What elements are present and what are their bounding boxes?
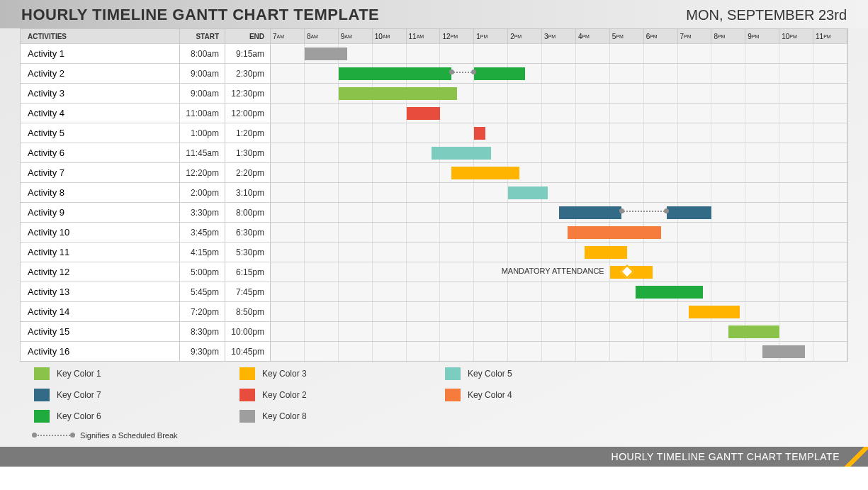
gantt-bar bbox=[339, 87, 458, 100]
timeline bbox=[271, 243, 847, 262]
activity-name: Activity 14 bbox=[21, 302, 180, 321]
gantt-bar bbox=[474, 67, 525, 80]
activity-end: 2:20pm bbox=[225, 163, 271, 182]
activity-start: 9:00am bbox=[180, 64, 225, 83]
legend-swatch bbox=[445, 389, 461, 401]
legend: Key Color 1Key Color 3Key Color 5Key Col… bbox=[20, 362, 848, 442]
gantt-bar bbox=[585, 246, 627, 259]
timeline bbox=[271, 342, 847, 361]
legend-item: Key Color 4 bbox=[445, 389, 650, 401]
activity-name: Activity 7 bbox=[21, 163, 180, 182]
legend-swatch bbox=[34, 367, 50, 380]
gantt-chart: ACTIVITIES START END 7AM8AM9AM10AM11AM12… bbox=[0, 28, 868, 447]
activity-row: Activity 125:00pm6:15pmMANDATORY ATTENDA… bbox=[21, 262, 847, 282]
activity-row: Activity 712:20pm2:20pm bbox=[21, 162, 847, 182]
date-label: MON, SEPTEMBER 23rd bbox=[686, 7, 847, 23]
timeline bbox=[271, 143, 847, 162]
activity-row: Activity 29:00am2:30pm bbox=[21, 63, 847, 83]
legend-label: Key Color 3 bbox=[262, 369, 307, 379]
activity-end: 8:50pm bbox=[225, 302, 271, 321]
header: HOURLY TIMELINE GANTT CHART TEMPLATE MON… bbox=[0, 0, 868, 28]
activity-end: 12:00pm bbox=[225, 104, 271, 123]
activity-name: Activity 12 bbox=[21, 262, 180, 282]
legend-item: Key Color 3 bbox=[239, 367, 445, 380]
hour-header: 10PM bbox=[779, 29, 813, 43]
activity-start: 9:30pm bbox=[180, 342, 225, 361]
activity-name: Activity 16 bbox=[21, 342, 180, 361]
legend-swatch bbox=[445, 367, 461, 380]
legend-label: Key Color 2 bbox=[262, 390, 307, 400]
hour-header: 11PM bbox=[813, 29, 847, 43]
legend-label: Key Color 4 bbox=[468, 390, 512, 400]
legend-swatch bbox=[34, 410, 50, 423]
timeline bbox=[271, 203, 847, 222]
footer: HOURLY TIMELINE GANTT CHART TEMPLATE bbox=[0, 447, 868, 467]
gantt-bar bbox=[568, 226, 661, 239]
activity-row: Activity 114:15pm5:30pm bbox=[21, 242, 847, 262]
legend-swatch bbox=[239, 389, 255, 401]
activity-row: Activity 158:30pm10:00pm bbox=[21, 321, 847, 341]
break-line-icon bbox=[34, 435, 73, 436]
hour-header: 2PM bbox=[508, 29, 542, 43]
footer-accent bbox=[842, 447, 868, 467]
hour-header: 7PM bbox=[678, 29, 712, 43]
legend-item: Key Color 7 bbox=[34, 389, 239, 401]
gantt-bar bbox=[305, 48, 347, 60]
hour-header: 9PM bbox=[745, 29, 779, 43]
timeline bbox=[271, 44, 847, 63]
gantt-bar bbox=[508, 186, 548, 199]
legend-swatch bbox=[239, 367, 255, 380]
activity-end: 1:20pm bbox=[225, 123, 271, 143]
legend-label: Key Color 8 bbox=[262, 411, 307, 421]
gantt-bar bbox=[451, 167, 519, 179]
gantt-bar bbox=[432, 147, 491, 160]
activity-start: 5:45pm bbox=[180, 282, 225, 301]
gantt-bar bbox=[667, 206, 712, 219]
legend-label: Key Color 1 bbox=[57, 369, 101, 379]
activity-row: Activity 135:45pm7:45pm bbox=[21, 282, 847, 301]
col-header-start: START bbox=[180, 29, 225, 43]
activity-start: 3:45pm bbox=[180, 223, 225, 242]
gantt-bar bbox=[559, 206, 621, 219]
gantt-bar bbox=[728, 325, 779, 338]
activity-end: 10:00pm bbox=[225, 322, 271, 341]
hour-header: 10AM bbox=[373, 29, 407, 43]
legend-item: Key Color 8 bbox=[239, 410, 445, 423]
activity-start: 11:00am bbox=[180, 104, 225, 123]
activity-start: 1:00pm bbox=[180, 123, 225, 143]
header-row: ACTIVITIES START END 7AM8AM9AM10AM11AM12… bbox=[21, 29, 847, 43]
activity-name: Activity 2 bbox=[21, 64, 180, 83]
activity-end: 12:30pm bbox=[225, 84, 271, 103]
activity-name: Activity 5 bbox=[21, 123, 180, 143]
activity-end: 6:30pm bbox=[225, 223, 271, 242]
activity-end: 9:15am bbox=[225, 44, 271, 63]
gantt-bar bbox=[407, 107, 441, 120]
legend-label: Key Color 7 bbox=[57, 390, 101, 400]
activity-row: Activity 611:45am1:30pm bbox=[21, 143, 847, 162]
activity-row: Activity 51:00pm1:20pm bbox=[21, 123, 847, 143]
activity-name: Activity 6 bbox=[21, 143, 180, 162]
activity-start: 12:20pm bbox=[180, 163, 225, 182]
timeline bbox=[271, 322, 847, 341]
activity-row: Activity 169:30pm10:45pm bbox=[21, 341, 847, 361]
legend-break: Signifies a Scheduled Break bbox=[34, 431, 834, 440]
timeline bbox=[271, 104, 847, 123]
activity-start: 5:00pm bbox=[180, 262, 225, 282]
gantt-bar bbox=[474, 127, 485, 140]
timeline bbox=[271, 84, 847, 103]
timeline bbox=[271, 302, 847, 321]
activity-name: Activity 4 bbox=[21, 104, 180, 123]
timeline bbox=[271, 282, 847, 301]
legend-item: Key Color 1 bbox=[34, 367, 239, 380]
legend-swatch bbox=[239, 410, 255, 423]
activity-start: 4:15pm bbox=[180, 243, 225, 262]
legend-item: Key Color 6 bbox=[34, 410, 239, 423]
activity-start: 9:00am bbox=[180, 84, 225, 103]
col-header-activities: ACTIVITIES bbox=[21, 29, 180, 43]
activity-name: Activity 15 bbox=[21, 322, 180, 341]
legend-label: Key Color 6 bbox=[57, 411, 101, 421]
gantt-bar bbox=[339, 67, 451, 80]
activity-end: 10:45pm bbox=[225, 342, 271, 361]
annotation: MANDATORY ATTENDANCE bbox=[502, 267, 604, 275]
break-indicator bbox=[621, 211, 667, 212]
